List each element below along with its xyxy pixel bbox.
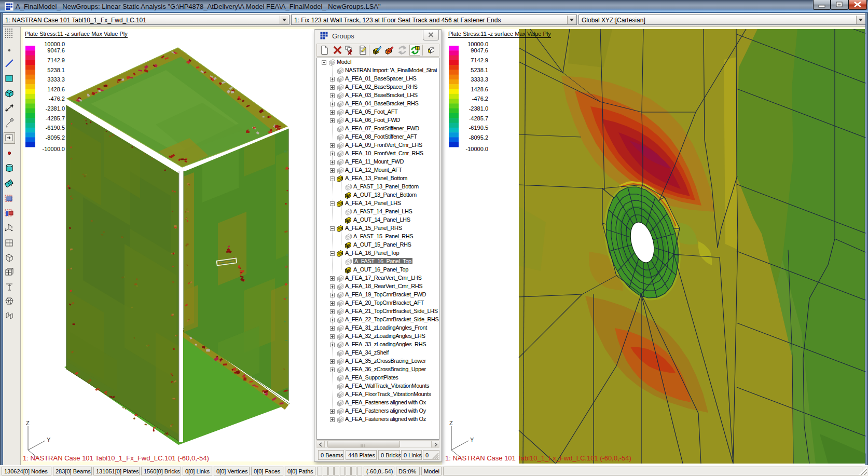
svg-text:Z: Z [449,420,453,426]
svg-text:Y: Y [470,437,474,443]
svg-text:Y: Y [47,437,51,443]
svg-text:Z: Z [26,420,30,426]
